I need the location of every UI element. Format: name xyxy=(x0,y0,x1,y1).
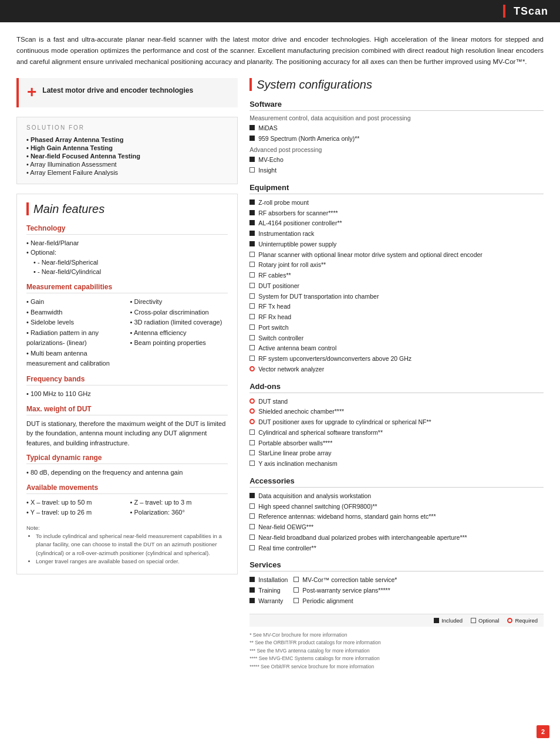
page-number: 2 xyxy=(537,725,549,738)
max-weight-subsection: Max. weight of DUT DUT is stationary, th… xyxy=(26,405,228,448)
filled-square-icon xyxy=(249,598,255,603)
empty-square-icon xyxy=(249,345,255,350)
config-item: Rotary joint for roll axis** xyxy=(249,260,544,270)
filled-square-icon xyxy=(249,231,255,236)
empty-square-icon xyxy=(249,356,255,361)
empty-square-icon xyxy=(249,430,255,435)
config-item: High speed channel switching (OFR9800)** xyxy=(249,502,544,512)
footnote: **** See MVG-EMC Systems catalogs for mo… xyxy=(249,655,544,663)
config-item: Vector network analyzer xyxy=(249,364,544,375)
config-item: Training xyxy=(249,586,288,596)
config-item: RF absorbers for scanner**** xyxy=(249,208,544,219)
measurement-col2: Directivity Cross-polar discrimination 3… xyxy=(130,297,228,369)
empty-square-icon xyxy=(294,577,299,582)
filled-square-icon xyxy=(249,199,255,205)
list-item: Beamwidth xyxy=(26,307,124,318)
circle-o-icon xyxy=(249,408,255,414)
list-item: Phased Array Antenna Testing xyxy=(26,136,228,144)
circle-o-icon xyxy=(249,419,255,424)
list-item: Sidelobe levels xyxy=(26,317,124,328)
movements-col1: X – travel: up to 50 m Y – travel: up to… xyxy=(26,498,124,518)
services-title: Services xyxy=(249,560,544,571)
list-item: High Gain Antenna Testing xyxy=(26,144,228,152)
footnote: ** See the ORBIT/FR product catalogs for… xyxy=(249,639,544,647)
list-item: - Near-field/Spherical xyxy=(26,258,228,268)
list-item: Z – travel: up to 3 m xyxy=(130,498,228,508)
filled-square-icon xyxy=(434,618,439,623)
empty-square-icon xyxy=(249,513,255,519)
empty-square-icon xyxy=(249,503,255,509)
measurement-list: Gain Beamwidth Sidelobe levels Radiation… xyxy=(26,297,228,369)
empty-square-icon xyxy=(249,335,255,340)
config-item: Uninterruptible power supply xyxy=(249,239,544,250)
list-item: Polarization: 360° xyxy=(130,508,228,518)
empty-square-icon xyxy=(249,314,255,319)
intro-paragraph: TScan is a fast and ultra-accurate plana… xyxy=(16,34,544,67)
max-weight-text: DUT is stationary, therefore the maximum… xyxy=(26,419,228,448)
config-item: Switch controller xyxy=(249,333,544,344)
services-col2: MV-Cor™ correction table service* Post-w… xyxy=(294,575,397,606)
list-item: Directivity xyxy=(130,297,228,307)
legend-optional-label: Optional xyxy=(478,617,499,624)
list-item: To include cylindrical and spherical nea… xyxy=(36,532,228,557)
software-label1: Measurement control, data acquisition an… xyxy=(249,114,544,121)
header-bar: TScan xyxy=(0,0,560,22)
brand-name: TScan xyxy=(514,5,548,18)
measurement-col1: Gain Beamwidth Sidelobe levels Radiation… xyxy=(26,297,124,369)
config-item: Portable absorber walls**** xyxy=(249,438,544,449)
services-section: Services Installation Training Warranty … xyxy=(249,560,544,606)
config-item: MV-Echo xyxy=(249,155,544,165)
config-item: Near-field OEWG*** xyxy=(249,522,544,533)
empty-square-icon xyxy=(249,272,255,278)
config-item: Insight xyxy=(249,165,544,176)
config-item: RF cables** xyxy=(249,270,544,281)
legend-included-label: Included xyxy=(441,617,463,624)
list-item: Radiation pattern in any polarizations- … xyxy=(26,328,124,349)
config-item: Port switch xyxy=(249,323,544,333)
config-item: Cylindrical and spherical software trans… xyxy=(249,428,544,438)
config-item: 959 Spectrum (North America only)** xyxy=(249,134,544,144)
empty-square-icon xyxy=(249,535,255,540)
list-item: X – travel: up to 50 m xyxy=(26,498,124,508)
config-item: StarLine linear probe array xyxy=(249,448,544,459)
config-item: AL-4164 positioner controller** xyxy=(249,218,544,229)
config-item: DUT positioner xyxy=(249,281,544,292)
sys-config-title: System configurations xyxy=(249,78,544,92)
filled-square-icon xyxy=(249,493,255,498)
technology-list: Near-field/Planar Optional: - Near-field… xyxy=(26,238,228,277)
accessories-title: Accessories xyxy=(249,476,544,488)
filled-square-icon xyxy=(249,241,255,246)
config-item: Shielded anechoic chamber**** xyxy=(249,407,544,417)
list-item: Longer travel ranges are available based… xyxy=(36,557,228,566)
frequency-text: • 100 MHz to 110 GHz xyxy=(26,389,228,399)
empty-square-icon xyxy=(294,598,299,603)
right-column: System configurations Software Measureme… xyxy=(249,78,544,671)
measurement-title: Measurement capabilities xyxy=(26,283,228,293)
config-item: Warranty xyxy=(249,596,288,607)
footnote: * See MV-Cor brochure for more informati… xyxy=(249,631,544,640)
config-item: Near-field broadband dual polarized prob… xyxy=(249,533,544,543)
accent-line xyxy=(503,5,505,18)
config-item: Periodic alignment xyxy=(294,596,397,607)
filled-square-icon xyxy=(249,125,255,130)
empty-square-icon xyxy=(249,545,255,550)
legend-required: Required xyxy=(507,617,538,624)
filled-square-icon xyxy=(249,577,255,582)
list-item: Cross-polar discrimination xyxy=(130,307,228,318)
accent-bar xyxy=(249,78,252,91)
config-item: Data acquisition and analysis workstatio… xyxy=(249,491,544,502)
empty-square-icon xyxy=(249,524,255,529)
two-col-layout: + Latest motor drive and encoder technol… xyxy=(16,78,544,671)
config-item: DUT positioner axes for upgrade to cylin… xyxy=(249,417,544,428)
config-item: MV-Cor™ correction table service* xyxy=(294,575,397,586)
filled-square-icon xyxy=(249,220,255,225)
accessories-section: Accessories Data acquisition and analysi… xyxy=(249,476,544,554)
services-cols: Installation Training Warranty MV-Cor™ c… xyxy=(249,575,544,606)
addons-title: Add-ons xyxy=(249,382,544,393)
config-item: MiDAS xyxy=(249,123,544,134)
main-features-title: Main features xyxy=(26,202,228,216)
config-item: Post-warranty service plans***** xyxy=(294,586,397,596)
max-weight-title: Max. weight of DUT xyxy=(26,405,228,415)
empty-square-icon xyxy=(249,324,255,330)
technology-title: Technology xyxy=(26,224,228,235)
